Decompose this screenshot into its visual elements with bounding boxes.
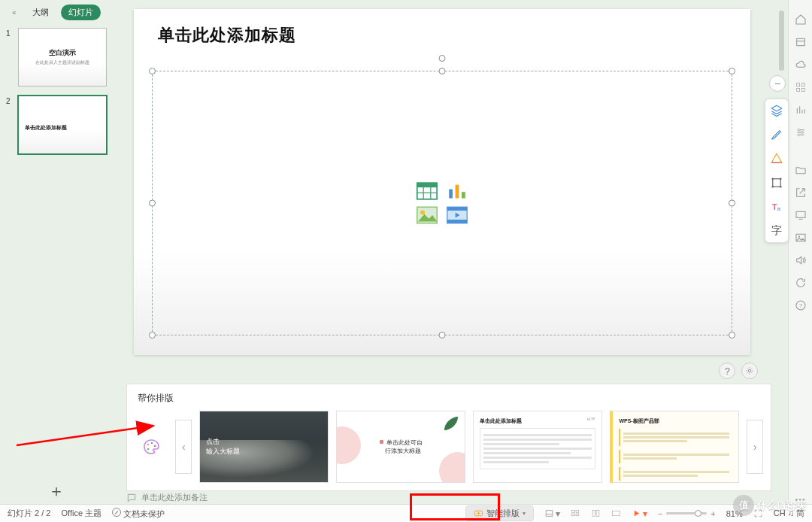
refresh-icon[interactable] <box>793 275 808 290</box>
svg-rect-51 <box>612 511 620 516</box>
svg-rect-29 <box>796 83 799 86</box>
card-heading: WPS-极图产品部 <box>619 417 732 425</box>
svg-point-23 <box>771 186 774 188</box>
home-icon[interactable] <box>793 12 808 27</box>
tab-outline[interactable]: 大纲 <box>25 5 56 20</box>
svg-rect-12 <box>447 220 467 223</box>
slide-thumbnail[interactable]: 空白演示 在此处录入主题演讲副标题 <box>18 28 107 86</box>
insert-media-icon[interactable] <box>446 206 468 224</box>
sorter-view-icon[interactable] <box>591 508 601 518</box>
folder-icon[interactable] <box>793 162 808 178</box>
smart-layout-icon <box>474 508 483 518</box>
svg-point-34 <box>801 132 803 134</box>
notes-toggle-icon[interactable]: ▾ <box>544 508 560 519</box>
thumb-title: 单击此处添加标题 <box>19 118 67 132</box>
svg-point-9 <box>420 210 425 214</box>
insert-chart-icon[interactable] <box>446 182 468 200</box>
layout-suggestion-card[interactable]: ❝❞ 单击此处添加标题 <box>473 411 602 483</box>
resize-handle[interactable] <box>729 68 735 74</box>
svg-rect-47 <box>571 514 574 516</box>
theme-name[interactable]: Office 主题 <box>61 508 102 519</box>
card-text: 输入大标题 <box>206 448 240 455</box>
svg-rect-45 <box>571 511 574 513</box>
suggestions-title: 帮你排版 <box>138 392 763 405</box>
protect-status[interactable]: 文档未保护 <box>112 508 165 520</box>
screen-icon[interactable] <box>793 208 808 223</box>
cloud-icon[interactable] <box>793 57 808 72</box>
resize-handle[interactable] <box>149 200 156 207</box>
settings-bars-icon[interactable] <box>793 125 808 140</box>
svg-rect-31 <box>796 88 799 91</box>
content-placeholder[interactable] <box>152 71 732 335</box>
svg-rect-43 <box>546 511 553 517</box>
status-bar: 幻灯片 2 / 2 Office 主题 文档未保护 智能排版 ▾ ▾ ▾ − +… <box>0 504 812 522</box>
svg-rect-49 <box>592 511 595 517</box>
slide-canvas[interactable]: 单击此处添加标题 <box>134 9 750 355</box>
help-icon[interactable]: ? <box>719 363 735 379</box>
layout-suggestion-card[interactable]: WPS-极图产品部 <box>610 411 739 483</box>
editor-area: 单击此处添加标题 <box>113 0 788 504</box>
resize-handle[interactable] <box>439 68 446 74</box>
watermark: 值什么值得买 <box>733 495 806 516</box>
quote-icon: ❝❞ <box>586 416 595 426</box>
insert-table-icon[interactable] <box>416 182 438 200</box>
chart-icon[interactable] <box>793 102 808 117</box>
resize-handle[interactable] <box>439 332 446 338</box>
grid-icon[interactable] <box>793 80 808 95</box>
vertical-scrollbar[interactable] <box>778 8 785 499</box>
zoom-slider[interactable]: − + <box>658 509 716 518</box>
rotate-handle[interactable] <box>439 55 446 62</box>
svg-point-21 <box>771 178 774 180</box>
tab-slides[interactable]: 幻灯片 <box>61 5 101 20</box>
insert-image-icon[interactable] <box>416 206 438 224</box>
plus-icon: ＋ <box>0 483 113 499</box>
protect-icon <box>112 508 121 517</box>
svg-marker-52 <box>635 511 640 517</box>
thumb-number: 2 <box>6 96 14 105</box>
sound-icon[interactable] <box>793 253 808 268</box>
resize-handle[interactable] <box>149 332 156 338</box>
svg-point-14 <box>749 369 752 372</box>
title-placeholder[interactable]: 单击此处添加标题 <box>158 24 296 47</box>
card-text: 单击此处可自 <box>386 439 423 446</box>
collapse-arrows-icon[interactable]: « <box>12 8 17 17</box>
notes-bar[interactable]: 单击此处添加备注 <box>113 491 788 504</box>
resize-handle[interactable] <box>149 68 156 74</box>
svg-point-17 <box>154 445 156 448</box>
layout-suggestions-panel: 帮你排版 ‹ 点击输入大标题 单击此处可自 行添加大标题 ❝❞ 单 <box>126 384 771 491</box>
svg-rect-11 <box>447 207 467 211</box>
resize-handle[interactable] <box>729 332 735 338</box>
svg-rect-48 <box>576 514 579 516</box>
notes-placeholder: 单击此处添加备注 <box>141 492 208 503</box>
suggestions-next-button[interactable]: › <box>747 420 763 474</box>
layout-suggestion-card[interactable]: 点击输入大标题 <box>199 411 329 483</box>
add-slide-button[interactable]: ＋ <box>0 474 113 504</box>
image-icon[interactable] <box>793 230 808 245</box>
help-icon[interactable]: ? <box>793 298 808 313</box>
resize-handle[interactable] <box>729 200 735 207</box>
settings-icon[interactable] <box>741 363 758 379</box>
slideshow-button[interactable]: ▾ <box>632 508 647 519</box>
slide-position: 幻灯片 2 / 2 <box>8 508 50 519</box>
svg-point-33 <box>798 129 800 131</box>
share-icon[interactable] <box>793 185 808 200</box>
card-heading: 单击此处添加标题 <box>480 417 595 425</box>
svg-point-15 <box>147 444 150 446</box>
card-text: 点击 <box>206 438 220 445</box>
svg-text:T: T <box>772 202 777 211</box>
slide-tools-strip: − Ta 字 <box>765 99 789 243</box>
thumb-title: 空白演示 <box>49 48 76 58</box>
suggestions-prev-button[interactable]: ‹ <box>175 420 192 474</box>
smart-layout-button[interactable]: 智能排版 ▾ <box>465 505 534 521</box>
layout-suggestion-card[interactable]: 单击此处可自 行添加大标题 <box>336 411 465 483</box>
palette-icon[interactable] <box>142 438 160 456</box>
notes-icon <box>126 493 137 503</box>
layout-icon[interactable] <box>793 35 808 50</box>
normal-view-icon[interactable] <box>571 508 580 518</box>
slide-thumbnail[interactable]: 单击此处添加标题 <box>18 96 107 154</box>
thumb-number: 1 <box>6 28 14 38</box>
reading-view-icon[interactable] <box>611 508 621 518</box>
svg-text:?: ? <box>799 302 802 309</box>
svg-point-18 <box>147 448 150 451</box>
svg-point-35 <box>798 134 800 136</box>
